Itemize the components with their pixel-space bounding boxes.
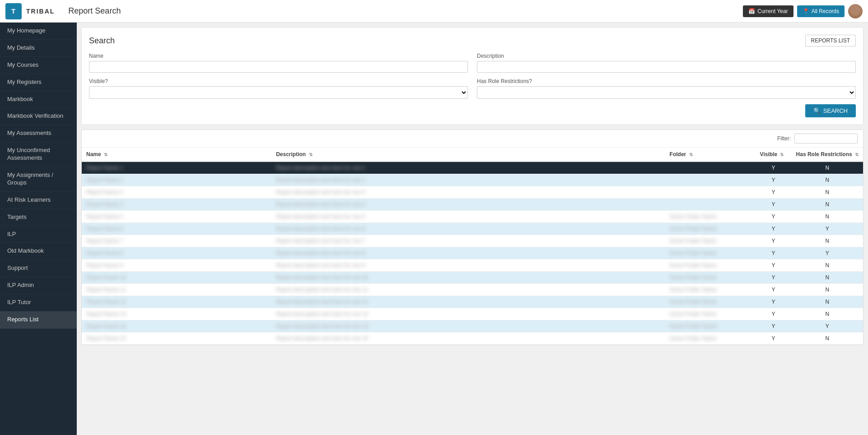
cell-description: Report description text here for row 4 bbox=[271, 199, 665, 211]
table-row[interactable]: Report Name 10Report description text he… bbox=[82, 272, 863, 284]
all-records-button[interactable]: 📍 All Records bbox=[797, 5, 845, 17]
cell-role: Y bbox=[792, 247, 863, 259]
results-table: Name ⇅ Description ⇅ Folder ⇅ Visible bbox=[82, 148, 863, 345]
search-section-header: Search REPORTS LIST bbox=[89, 35, 856, 46]
cell-visible: Y bbox=[756, 223, 792, 235]
cell-description: Report description text here for row 1 bbox=[271, 162, 665, 174]
cell-name: Report Name 9 bbox=[82, 259, 271, 272]
sidebar-item-my-unconfirmed-assessments[interactable]: My Unconfirmed Assessments bbox=[0, 142, 77, 167]
sidebar-item-my-assignments-groups[interactable]: My Assignments / Groups bbox=[0, 167, 77, 192]
table-row[interactable]: Report Name 9Report description text her… bbox=[82, 259, 863, 272]
cell-name: Report Name 15 bbox=[82, 333, 271, 345]
sidebar-item-my-registers[interactable]: My Registers bbox=[0, 74, 77, 91]
table-row[interactable]: Report Name 1Report description text her… bbox=[82, 162, 863, 174]
table-row[interactable]: Report Name 2Report description text her… bbox=[82, 174, 863, 186]
cell-role: Y bbox=[792, 320, 863, 333]
sidebar-item-ilp[interactable]: ILP bbox=[0, 226, 77, 243]
sort-arrows-name: ⇅ bbox=[104, 152, 107, 157]
current-year-button[interactable]: 📅 Current Year bbox=[743, 5, 793, 17]
sidebar-item-markbook[interactable]: Markbook bbox=[0, 91, 77, 108]
cell-description: Report description text here for row 12 bbox=[271, 296, 665, 308]
search-btn-row: 🔍 SEARCH bbox=[89, 104, 856, 117]
cell-visible: Y bbox=[756, 333, 792, 345]
cell-role: N bbox=[792, 308, 863, 320]
has-role-label: Has Role Restrictions? bbox=[477, 78, 856, 84]
sidebar-item-old-markbook[interactable]: Old Markbook bbox=[0, 243, 77, 260]
cell-folder: Some Folder Name bbox=[665, 247, 756, 259]
table-row[interactable]: Report Name 13Report description text he… bbox=[82, 308, 863, 320]
sidebar-item-my-courses[interactable]: My Courses bbox=[0, 57, 77, 74]
sidebar-item-markbook-verification[interactable]: Markbook Verification bbox=[0, 108, 77, 125]
sidebar-item-reports-list[interactable]: Reports List bbox=[0, 311, 77, 329]
table-row[interactable]: Report Name 12Report description text he… bbox=[82, 296, 863, 308]
cell-description: Report description text here for row 15 bbox=[271, 333, 665, 345]
col-folder[interactable]: Folder ⇅ bbox=[665, 148, 756, 162]
sort-arrows-folder: ⇅ bbox=[689, 152, 693, 157]
cell-description: Report description text here for row 11 bbox=[271, 284, 665, 296]
cell-description: Report description text here for row 10 bbox=[271, 272, 665, 284]
cell-role: N bbox=[792, 284, 863, 296]
cell-role: N bbox=[792, 333, 863, 345]
filter-input[interactable] bbox=[794, 134, 858, 143]
sidebar-item-support[interactable]: Support bbox=[0, 260, 77, 277]
table-row[interactable]: Report Name 4Report description text her… bbox=[82, 199, 863, 211]
cell-name: Report Name 13 bbox=[82, 308, 271, 320]
visible-select[interactable]: Yes No bbox=[89, 86, 468, 99]
sidebar-item-my-details[interactable]: My Details bbox=[0, 40, 77, 57]
filter-row: Filter: bbox=[82, 130, 863, 148]
cell-folder: Some Folder Name bbox=[665, 296, 756, 308]
table-row[interactable]: Report Name 5Report description text her… bbox=[82, 211, 863, 223]
cell-role: N bbox=[792, 259, 863, 272]
user-avatar[interactable] bbox=[848, 4, 863, 19]
cell-folder: Some Folder Name bbox=[665, 235, 756, 247]
sidebar-item-ilp-tutor[interactable]: ILP Tutor bbox=[0, 294, 77, 311]
cell-folder bbox=[665, 174, 756, 186]
cell-name: Report Name 6 bbox=[82, 223, 271, 235]
page-title: Report Search bbox=[68, 6, 121, 16]
search-button[interactable]: 🔍 SEARCH bbox=[805, 104, 856, 117]
cell-visible: Y bbox=[756, 211, 792, 223]
sidebar-item-my-assessments[interactable]: My Assessments bbox=[0, 125, 77, 142]
cell-description: Report description text here for row 2 bbox=[271, 174, 665, 186]
cell-name: Report Name 7 bbox=[82, 235, 271, 247]
brand-name: TRIBAL bbox=[26, 8, 55, 15]
col-visible[interactable]: Visible ⇅ bbox=[756, 148, 792, 162]
cell-description: Report description text here for row 7 bbox=[271, 235, 665, 247]
table-row[interactable]: Report Name 14Report description text he… bbox=[82, 320, 863, 333]
cell-role: N bbox=[792, 199, 863, 211]
table-row[interactable]: Report Name 11Report description text he… bbox=[82, 284, 863, 296]
table-row[interactable]: Report Name 7Report description text her… bbox=[82, 235, 863, 247]
cell-name: Report Name 1 bbox=[82, 162, 271, 174]
sidebar-item-ilp-admin[interactable]: ILP Admin bbox=[0, 277, 77, 294]
sidebar-item-targets[interactable]: Targets bbox=[0, 209, 77, 226]
cell-visible: Y bbox=[756, 272, 792, 284]
cell-role: N bbox=[792, 186, 863, 199]
col-role[interactable]: Has Role Restrictions ⇅ bbox=[792, 148, 863, 162]
main-layout: My HomepageMy DetailsMy CoursesMy Regist… bbox=[0, 23, 868, 435]
cell-description: Report description text here for row 9 bbox=[271, 259, 665, 272]
results-section: Filter: Name ⇅ Description ⇅ bbox=[81, 130, 863, 345]
topbar-left: T TRIBAL Report Search bbox=[5, 3, 121, 19]
cell-role: N bbox=[792, 272, 863, 284]
sidebar-item-my-homepage[interactable]: My Homepage bbox=[0, 23, 77, 40]
description-input[interactable] bbox=[477, 61, 856, 73]
sort-arrows-visible: ⇅ bbox=[780, 152, 784, 157]
sidebar-item-at-risk-learners[interactable]: At Risk Learners bbox=[0, 192, 77, 209]
calendar-icon: 📅 bbox=[748, 8, 755, 14]
cell-folder bbox=[665, 199, 756, 211]
table-row[interactable]: Report Name 3Report description text her… bbox=[82, 186, 863, 199]
col-name[interactable]: Name ⇅ bbox=[82, 148, 271, 162]
cell-folder bbox=[665, 186, 756, 199]
cell-name: Report Name 10 bbox=[82, 272, 271, 284]
table-row[interactable]: Report Name 8Report description text her… bbox=[82, 247, 863, 259]
name-input[interactable] bbox=[89, 61, 468, 73]
cell-folder: Some Folder Name bbox=[665, 320, 756, 333]
table-row[interactable]: Report Name 15Report description text he… bbox=[82, 333, 863, 345]
table-row[interactable]: Report Name 6Report description text her… bbox=[82, 223, 863, 235]
has-role-select[interactable]: Yes No bbox=[477, 86, 856, 99]
col-description[interactable]: Description ⇅ bbox=[271, 148, 665, 162]
cell-folder: Some Folder Name bbox=[665, 272, 756, 284]
reports-list-button[interactable]: REPORTS LIST bbox=[805, 35, 856, 46]
form-row-2: Visible? Yes No Has Role Restrictions? Y… bbox=[89, 78, 856, 99]
topbar-right: 📅 Current Year 📍 All Records bbox=[743, 4, 863, 19]
